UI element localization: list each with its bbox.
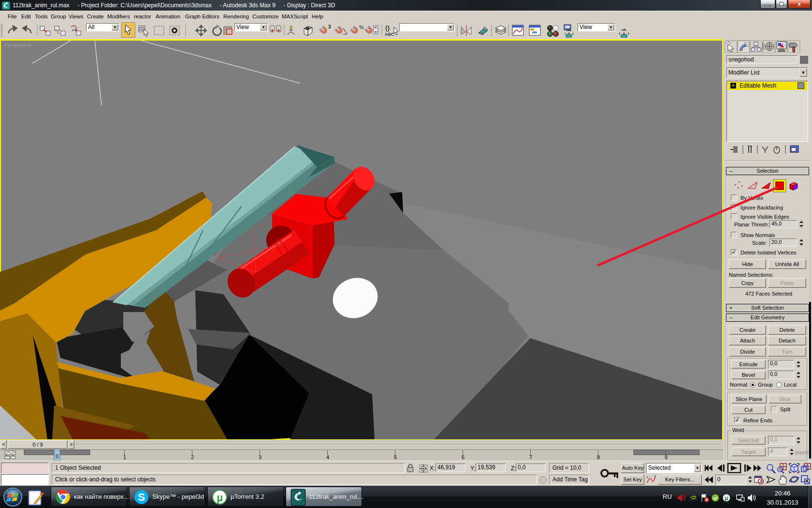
svg-text:0: 0 <box>56 454 58 459</box>
svg-text:6: 6 <box>462 454 464 460</box>
svg-text:4: 4 <box>326 454 329 460</box>
svg-text:y: y <box>215 251 217 256</box>
svg-text:{}: {} <box>385 25 390 31</box>
svg-text:Perspective: Perspective <box>4 42 31 48</box>
svg-text:5: 5 <box>394 454 397 460</box>
svg-text:7: 7 <box>529 454 532 460</box>
svg-text:2: 2 <box>191 454 194 460</box>
svg-text:µ: µ <box>217 492 223 504</box>
svg-text:ABC: ABC <box>385 32 394 37</box>
svg-text:3: 3 <box>328 24 331 30</box>
svg-text:x: x <box>280 242 283 247</box>
svg-text:%: % <box>359 24 364 30</box>
svg-text:1: 1 <box>123 454 126 460</box>
svg-text:8: 8 <box>597 454 600 460</box>
svg-text:3: 3 <box>259 454 261 460</box>
svg-text:µ: µ <box>725 495 728 502</box>
svg-text:S: S <box>138 491 145 503</box>
svg-text:9: 9 <box>665 454 667 460</box>
